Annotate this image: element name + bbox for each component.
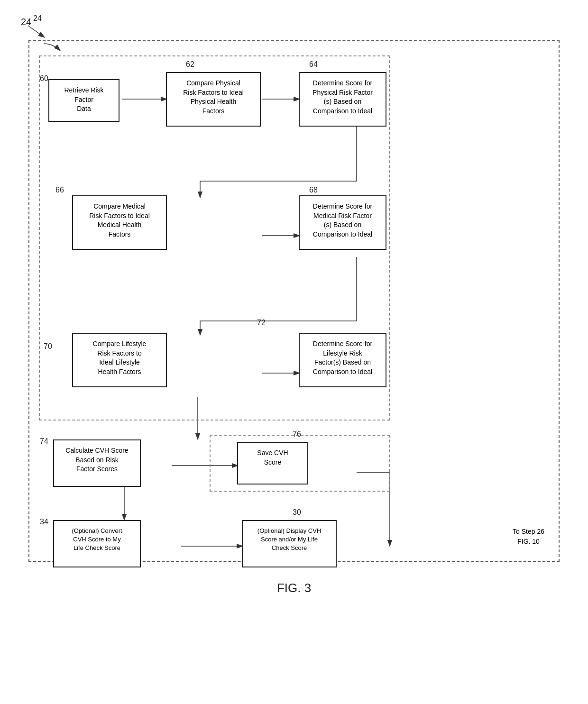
outer-dashed-box: 60 Retrieve Risk FactorData 62 Compare P…	[28, 40, 560, 562]
box-72: Determine Score forLifestyle RiskFactor(…	[299, 333, 386, 387]
label24-arrow	[26, 23, 54, 42]
ref-34: 34	[40, 518, 48, 526]
ref-66: 66	[55, 186, 64, 194]
ref-76: 76	[293, 430, 301, 439]
box-76: Save CVHScore	[237, 442, 308, 485]
box-60: Retrieve Risk FactorData	[48, 79, 119, 122]
box-66: Compare MedicalRisk Factors to IdealMedi…	[72, 195, 167, 250]
fig-label: FIG. 3	[28, 581, 560, 595]
ref-74: 74	[40, 437, 48, 446]
label-24: 24	[33, 14, 42, 23]
label-24-ref: 24	[21, 17, 31, 27]
ref-64: 64	[309, 60, 318, 69]
box-64: Determine Score forPhysical Risk Factor(…	[299, 72, 386, 127]
ref-30: 30	[293, 508, 301, 517]
box-70: Compare LifestyleRisk Factors toIdeal Li…	[72, 333, 167, 387]
ref-62: 62	[186, 60, 194, 69]
ref-72: 72	[257, 319, 266, 327]
box-74: Calculate CVH ScoreBased on RiskFactor S…	[53, 439, 141, 487]
ref-60: 60	[40, 74, 48, 83]
page-container: 24	[0, 0, 588, 704]
box-34: (Optional) ConvertCVH Score to MyLife Ch…	[53, 520, 141, 567]
to-step-label: To Step 26FIG. 10	[513, 527, 544, 547]
svg-line-7	[28, 26, 45, 37]
ref-68: 68	[309, 186, 318, 194]
box-68: Determine Score forMedical Risk Factor(s…	[299, 195, 386, 250]
ref-70: 70	[44, 342, 52, 351]
box-62: Compare PhysicalRisk Factors to IdealPhy…	[166, 72, 261, 127]
box-30: (Optional) Display CVHScore and/or My Li…	[242, 520, 337, 567]
